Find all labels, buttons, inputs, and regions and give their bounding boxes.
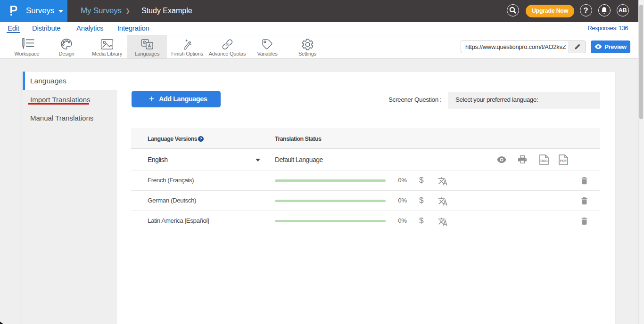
svg-text:DOC: DOC [540, 159, 548, 162]
svg-text:PDF: PDF [560, 159, 567, 162]
svg-text:?: ? [199, 137, 202, 141]
